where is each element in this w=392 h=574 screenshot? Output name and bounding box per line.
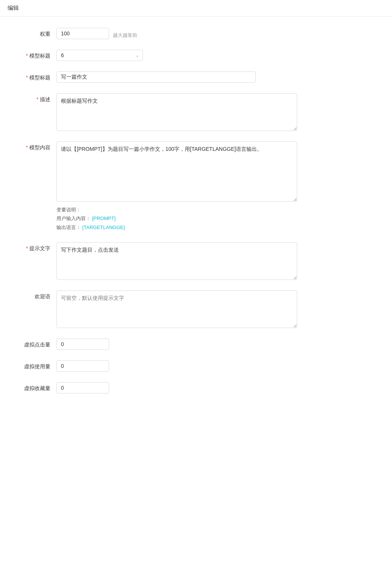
welcome-row: 欢迎语 (23, 290, 369, 328)
model-category-select[interactable]: 6 (56, 50, 143, 61)
variable-item-lang: 输出语言： [TARGETLANGGE] (56, 223, 369, 232)
variable-item-prompt: 用户输入内容： [PROMPT] (56, 214, 369, 223)
virtual-clicks-row: 虚拟点击量 (23, 339, 369, 350)
model-category-select-wrapper: 6 ⌄ (56, 50, 143, 61)
model-title-label: 模型标题 (23, 71, 56, 81)
page-header: 编辑 (0, 0, 392, 17)
variable-prompt-tag: [PROMPT] (92, 216, 116, 221)
weight-input[interactable]: 100 (56, 28, 109, 39)
virtual-usage-label: 虚拟使用量 (23, 360, 56, 370)
virtual-favorites-label: 虚拟收藏量 (23, 382, 56, 392)
form-container: 权重 100 越大越靠前 模型标题 6 ⌄ 模型标题 描述 (0, 17, 392, 415)
variable-lang-label: 输出语言： (56, 225, 81, 230)
hint-text-label: 提示文字 (23, 242, 56, 252)
virtual-favorites-row: 虚拟收藏量 (23, 382, 369, 393)
virtual-usage-row: 虚拟使用量 (23, 360, 369, 372)
hint-text-textarea[interactable]: 写下作文题目，点击发送 (56, 242, 297, 280)
model-content-content: 请以【[PROMPT]】为题目写一篇小学作文，100字，用[TARGETLANG… (56, 141, 369, 232)
virtual-clicks-input[interactable] (56, 339, 109, 350)
welcome-label: 欢迎语 (23, 290, 56, 300)
model-title-input[interactable] (56, 71, 256, 83)
weight-label: 权重 (23, 28, 56, 38)
virtual-clicks-content (56, 339, 369, 350)
model-title-row: 模型标题 (23, 71, 369, 83)
variable-prompt-label: 用户输入内容： (56, 216, 91, 221)
model-content-row: 模型内容 请以【[PROMPT]】为题目写一篇小学作文，100字，用[TARGE… (23, 141, 369, 232)
weight-row: 权重 100 越大越靠前 (23, 28, 369, 39)
weight-content: 100 越大越靠前 (56, 28, 369, 39)
description-row: 描述 根据标题写作文 (23, 93, 369, 131)
model-content-textarea[interactable]: 请以【[PROMPT]】为题目写一篇小学作文，100字，用[TARGETLANG… (56, 141, 297, 202)
model-category-row: 模型标题 6 ⌄ (23, 50, 369, 61)
description-label: 描述 (23, 93, 56, 103)
description-content: 根据标题写作文 (56, 93, 369, 131)
virtual-favorites-input[interactable] (56, 382, 109, 393)
welcome-content (56, 290, 369, 328)
virtual-usage-content (56, 360, 369, 372)
variable-title: 变量说明： (56, 205, 369, 214)
virtual-favorites-content (56, 382, 369, 393)
model-title-content (56, 71, 369, 83)
hint-text-row: 提示文字 写下作文题目，点击发送 (23, 242, 369, 280)
virtual-clicks-label: 虚拟点击量 (23, 339, 56, 348)
hint-text-content: 写下作文题目，点击发送 (56, 242, 369, 280)
variable-lang-tag: [TARGETLANGGE] (82, 225, 125, 230)
welcome-textarea[interactable] (56, 290, 297, 328)
weight-hint: 越大越靠前 (113, 29, 137, 39)
model-category-content: 6 ⌄ (56, 50, 369, 61)
page-title: 编辑 (8, 5, 19, 11)
virtual-usage-input[interactable] (56, 360, 109, 372)
description-textarea[interactable]: 根据标题写作文 (56, 93, 297, 131)
variable-section: 变量说明： 用户输入内容： [PROMPT] 输出语言： [TARGETLANG… (56, 205, 369, 232)
model-content-label: 模型内容 (23, 141, 56, 151)
model-category-label: 模型标题 (23, 50, 56, 59)
